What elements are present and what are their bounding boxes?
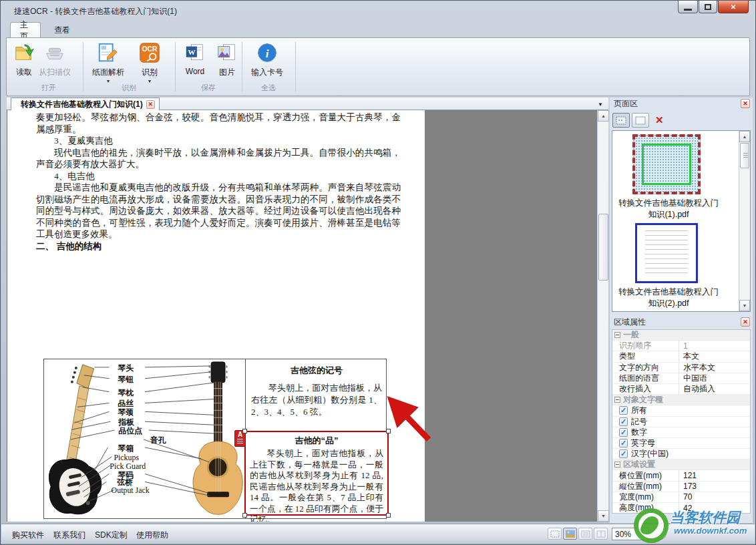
checkbox-icon[interactable]: ✓	[619, 449, 628, 458]
collapse-icon[interactable]	[614, 332, 620, 338]
check-row[interactable]: ✓英字母	[612, 438, 750, 449]
svg-text:OCR: OCR	[142, 45, 158, 53]
save-word-button[interactable]: W Word	[183, 41, 207, 76]
figure-label: Pick Guard	[110, 462, 146, 471]
electric-guitar-drawing	[49, 365, 101, 514]
enter-card-button[interactable]: i 输入卡号	[251, 41, 283, 78]
read-button[interactable]: 读取	[12, 41, 36, 78]
close-button[interactable]: ✕	[718, 1, 749, 13]
figure-label: 品位点	[118, 426, 142, 435]
document-tab[interactable]: 转换文件吉他基础教程入门知识(1) ✕	[11, 98, 160, 110]
thumb-scroll-up-icon[interactable]: ▲	[739, 131, 750, 142]
page-thumbnail-1[interactable]	[632, 134, 701, 194]
image-mode-button[interactable]	[563, 528, 577, 540]
app-window: 捷速OCR - 转换文件吉他基础教程入门知识(1) ✕ 主页 查看 读取	[0, 0, 756, 545]
buy-software-link[interactable]: 购买软件	[12, 530, 44, 541]
window-title: 捷速OCR - 转换文件吉他基础教程入门知识(1)	[14, 6, 177, 17]
maximize-button[interactable]	[699, 1, 717, 13]
title-bar[interactable]: 捷速OCR - 转换文件吉他基础教程入门知识(1) ✕	[1, 1, 755, 21]
image-icon	[215, 41, 239, 65]
figure-label: 品丝	[118, 399, 134, 408]
help-link[interactable]: 使用帮助	[136, 530, 168, 541]
document-canvas[interactable]: 奏更加轻松。琴弦都为钢、合金弦，较硬。音色清脆悦耳，穿透力强，音量大于古典琴，金…	[7, 110, 597, 522]
checkbox-icon[interactable]: ✓	[619, 428, 628, 437]
check-row[interactable]: ✓所有	[612, 405, 750, 416]
thumbnail-2-label[interactable]: 转换文件吉他基础教程入门知识(2).pdf	[615, 287, 722, 309]
collapse-icon[interactable]	[614, 462, 620, 468]
checkbox-icon[interactable]: ✓	[619, 406, 628, 415]
prop-row[interactable]: 改行插入自动插入	[612, 384, 750, 395]
scanner-icon	[43, 41, 67, 65]
checkbox-icon[interactable]: ✓	[619, 439, 628, 447]
split-mode-button[interactable]	[594, 528, 608, 540]
fret-cell: A 吉他的“品” 琴头朝上，面对吉他指板，从上往下数，每一格就是一品，一般的吉他…	[246, 432, 387, 518]
from-scanner-button[interactable]: 从扫描仪	[39, 41, 71, 78]
selection-handle-bottom-right[interactable]	[386, 513, 391, 518]
thumb-scrollbar-thumb[interactable]	[740, 143, 749, 168]
tab-home[interactable]: 主页	[10, 22, 41, 38]
sdk-custom-link[interactable]: SDK定制	[95, 530, 128, 541]
select-mode-button[interactable]	[548, 528, 562, 540]
group-select-label: 全选	[244, 83, 293, 93]
figure-label: 琴钮	[117, 375, 134, 384]
checkbox-icon[interactable]: ✓	[619, 417, 628, 426]
watermark-site-name: 当客软件园	[670, 508, 740, 527]
thumbnail-1-label[interactable]: 转换文件吉他基础教程入门知识(1).pdf	[615, 198, 722, 220]
page-thumbnail-list[interactable]: 转换文件吉他基础教程入门知识(1).pdf 转换文件吉他基础教程入门知识(2).…	[612, 130, 751, 312]
prop-row[interactable]: 文字的方向水平本文	[612, 363, 750, 373]
check-row[interactable]: ✓数字	[612, 427, 750, 438]
pdf-page[interactable]: 奏更加轻松。琴弦都为钢、合金弦，较硬。音色清脆悦耳，穿透力强，音量大于古典琴，金…	[7, 110, 425, 522]
selection-handle-bottom-left[interactable]	[242, 513, 247, 518]
ribbon-tab-row: 主页 查看	[6, 21, 750, 38]
save-image-button[interactable]: 图片	[215, 41, 239, 78]
svg-text:W: W	[188, 48, 196, 56]
region-props-close-icon[interactable]: ✕	[741, 317, 750, 327]
document-text-upper: 奏更加轻松。琴弦都为钢、合金弦，较硬。音色清脆悦耳，穿透力强，音量大于古典琴，金…	[36, 112, 401, 252]
thumbnail-scrollbar[interactable]: ▲ ▼	[739, 131, 750, 311]
maximize-icon	[705, 4, 711, 10]
collapse-icon[interactable]	[614, 397, 620, 403]
layout-mode-button[interactable]	[578, 528, 592, 540]
string-markers-cell: 吉他弦的记号 琴头朝上，面对吉他指板，从右往左（从细到粗）数分别是 1、2、3、…	[246, 359, 387, 432]
prop-row[interactable]: 横位置(mm)121	[612, 470, 750, 481]
group-charset[interactable]: 对象文字種	[612, 395, 750, 405]
scroll-up-icon[interactable]: ▲	[598, 110, 609, 122]
scroll-down-icon[interactable]: ▼	[598, 510, 609, 522]
figure-label: 琴箱	[117, 443, 134, 453]
watermark-site-url: www.downkf.com	[674, 526, 747, 536]
paper-parse-button[interactable]: 纸面解析 ▼	[92, 41, 124, 83]
tutorial-arrow-icon	[378, 394, 438, 444]
figure-label: Output Jack	[112, 486, 150, 495]
list-view-button[interactable]	[632, 113, 649, 128]
tab-list-dropdown-icon[interactable]: ▼	[598, 102, 603, 108]
page-panel-close-icon[interactable]: ✕	[741, 99, 750, 108]
figure-label: 琴颈	[117, 407, 134, 417]
prop-row[interactable]: 类型本文	[612, 351, 750, 362]
scrollbar-thumb[interactable]	[598, 214, 608, 281]
paper-parse-icon	[96, 41, 120, 65]
figure-label: 音孔	[150, 435, 166, 445]
minimize-button[interactable]	[678, 1, 698, 13]
recognize-button[interactable]: OCR 识别 ▼	[138, 41, 162, 83]
tab-view[interactable]: 查看	[45, 22, 79, 38]
contact-us-link[interactable]: 联系我们	[53, 530, 85, 541]
document-tab-close-icon[interactable]: ✕	[146, 100, 155, 109]
document-scrollbar[interactable]: ▲ ▼	[597, 110, 608, 522]
check-row[interactable]: ✓汉字(中国)	[612, 449, 750, 460]
check-row[interactable]: ✓記号	[612, 417, 750, 427]
prop-row[interactable]: 识别顺序1	[612, 341, 750, 351]
ocr-selection-region[interactable]: A 吉他的“品” 琴头朝上，面对吉他指板，从上往下数，每一格就是一品，一般的吉他…	[244, 431, 389, 516]
group-general[interactable]: 一般	[612, 330, 750, 341]
page-thumbnail-2[interactable]	[635, 223, 698, 283]
group-region[interactable]: 区域设置	[612, 460, 750, 470]
selection-handle-top-left[interactable]	[242, 429, 247, 433]
prop-row[interactable]: 縦位置(mm)173	[612, 482, 750, 492]
thumb-scroll-down-icon[interactable]: ▼	[739, 300, 750, 311]
thumbnail-view-button[interactable]	[612, 113, 630, 128]
prop-row[interactable]: 宽度(mm)70	[612, 492, 750, 503]
delete-page-icon[interactable]: ✕	[655, 114, 664, 126]
prop-row[interactable]: 纸面的语言中国语	[612, 373, 750, 384]
info-icon: i	[255, 41, 279, 65]
group-recognize-label: 识别	[87, 83, 171, 93]
figure-label: Pickups	[114, 453, 139, 462]
